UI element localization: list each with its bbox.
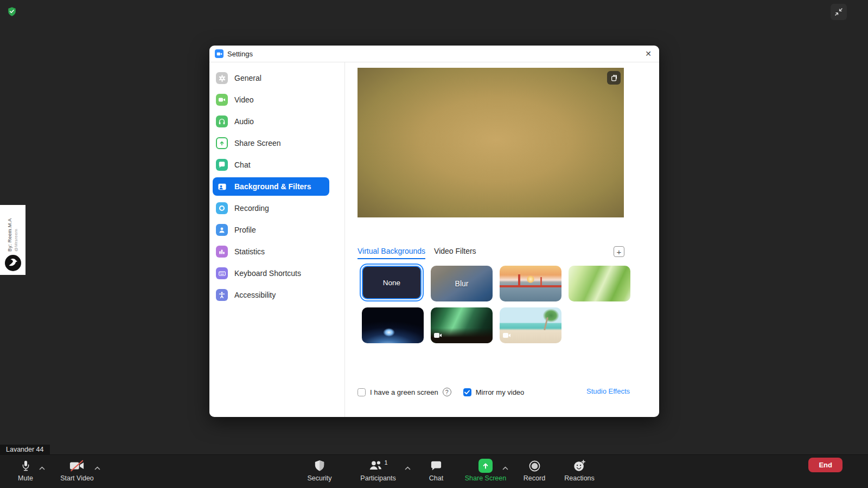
accessibility-icon [216, 289, 228, 301]
video-off-icon [69, 459, 85, 473]
sidebar-label: Accessibility [234, 291, 276, 299]
green-screen-checkbox[interactable] [358, 388, 366, 396]
video-camera-icon [216, 94, 228, 106]
bar-chart-icon [216, 246, 228, 258]
chat-button[interactable]: Chat [417, 459, 455, 482]
gear-icon [216, 72, 228, 84]
mirror-video-checkbox[interactable] [463, 388, 471, 396]
security-label: Security [307, 474, 331, 482]
chat-icon [430, 459, 442, 473]
tab-virtual-backgrounds[interactable]: Virtual Backgrounds [358, 247, 425, 259]
security-button[interactable]: Security [298, 459, 341, 482]
participants-button[interactable]: 1 Participants [353, 459, 404, 482]
sidebar-item-video[interactable]: Video [213, 91, 329, 109]
keyboard-icon [216, 267, 228, 279]
background-tile-none[interactable]: None [362, 266, 422, 299]
share-screen-icon [216, 137, 228, 149]
sidebar-item-recording[interactable]: Recording [213, 199, 329, 217]
headphones-icon [216, 115, 228, 127]
meeting-toolbar: Mute Start Video Security 1 [0, 454, 868, 488]
participants-options-chevron[interactable] [405, 463, 411, 472]
record-icon [216, 202, 228, 214]
record-icon [528, 459, 541, 473]
sidebar-label: Profile [234, 226, 256, 234]
video-background-icon [503, 331, 511, 341]
reactions-smiley-icon [573, 459, 586, 473]
chat-bubble-icon [216, 159, 228, 171]
sidebar-item-profile[interactable]: Profile [213, 221, 329, 239]
sidebar-label: Statistics [234, 247, 265, 256]
tab-video-filters[interactable]: Video Filters [434, 247, 476, 258]
settings-dialog: Settings ✕ General Video [209, 46, 659, 417]
background-tile-grass[interactable] [569, 266, 630, 301]
tile-label: Blur [455, 279, 469, 288]
sidebar-item-statistics[interactable]: Statistics [213, 242, 329, 261]
sidebar-label: Audio [234, 117, 254, 126]
share-options-chevron[interactable] [502, 463, 508, 472]
chat-label: Chat [429, 474, 443, 482]
background-tile-earth[interactable] [362, 307, 424, 343]
mute-options-chevron[interactable] [39, 463, 45, 472]
help-icon[interactable]: ? [443, 388, 451, 396]
participants-label: Participants [360, 474, 395, 482]
mirror-video-label: Mirror my video [476, 388, 525, 396]
encryption-shield-icon [7, 7, 17, 16]
zoom-app-icon [215, 49, 224, 58]
background-filters-icon [216, 181, 228, 192]
settings-sidebar: General Video Audio [209, 62, 345, 417]
mute-button[interactable]: Mute [9, 459, 42, 482]
sidebar-label: General [234, 74, 261, 82]
end-meeting-button[interactable]: End [808, 458, 843, 472]
sidebar-label: Share Screen [234, 139, 281, 147]
sidebar-label: Video [234, 95, 254, 104]
share-screen-label: Share Screen [465, 474, 506, 482]
participants-count-badge: 1 [384, 459, 387, 466]
sidebar-item-chat[interactable]: Chat [213, 156, 329, 174]
settings-titlebar: Settings ✕ [209, 46, 659, 62]
author-watermark: By: Reem.M.A @Mrsreem [0, 205, 25, 275]
background-tile-aurora[interactable] [431, 307, 493, 343]
record-button[interactable]: Record [515, 459, 553, 482]
sidebar-item-audio[interactable]: Audio [213, 112, 329, 131]
studio-effects-link[interactable]: Studio Effects [586, 387, 630, 395]
sidebar-label: Chat [234, 160, 251, 169]
background-tile-beach[interactable] [500, 307, 561, 343]
green-screen-label: I have a green screen [370, 388, 438, 396]
sidebar-item-background-filters[interactable]: Background & Filters [213, 177, 329, 196]
sidebar-item-general[interactable]: General [213, 69, 329, 87]
zoom-meeting-window: By: Reem.M.A @Mrsreem Settings ✕ General [0, 0, 868, 488]
tile-label: None [383, 279, 400, 287]
sidebar-label: Background & Filters [234, 182, 311, 191]
person-icon [216, 224, 228, 236]
bird-icon [5, 255, 21, 271]
microphone-icon [21, 459, 30, 473]
reactions-label: Reactions [564, 474, 595, 482]
video-options-chevron[interactable] [94, 463, 100, 472]
dialog-title: Settings [227, 50, 253, 58]
video-background-icon [434, 331, 442, 341]
exit-fullscreen-icon[interactable] [831, 4, 847, 20]
sidebar-item-share-screen[interactable]: Share Screen [213, 134, 329, 152]
background-filters-panel: Virtual Backgrounds Video Filters + None… [345, 62, 659, 417]
watermark-line2: @Mrsreem [14, 209, 18, 252]
add-background-button[interactable]: + [614, 246, 624, 257]
participants-icon [368, 459, 383, 473]
reactions-button[interactable]: Reactions [557, 459, 602, 482]
close-icon[interactable]: ✕ [643, 48, 654, 59]
meeting-name-tag: Lavander 44 [0, 445, 50, 455]
background-tabs: Virtual Backgrounds Video Filters [358, 247, 476, 259]
shield-icon [314, 459, 325, 473]
sidebar-item-keyboard-shortcuts[interactable]: Keyboard Shortcuts [213, 264, 329, 282]
flip-camera-icon[interactable] [607, 71, 621, 85]
background-options-row: I have a green screen ? Mirror my video … [358, 387, 659, 397]
background-tile-blur[interactable]: Blur [431, 266, 493, 301]
share-screen-icon [478, 459, 493, 473]
sidebar-label: Recording [234, 204, 269, 213]
sidebar-item-accessibility[interactable]: Accessibility [213, 286, 329, 304]
mute-label: Mute [18, 474, 33, 482]
start-video-label: Start Video [60, 474, 94, 482]
camera-preview [358, 68, 624, 217]
watermark-line1: By: Reem.M.A [7, 209, 12, 252]
background-tile-golden-gate[interactable] [500, 266, 561, 301]
record-label: Record [524, 474, 545, 482]
